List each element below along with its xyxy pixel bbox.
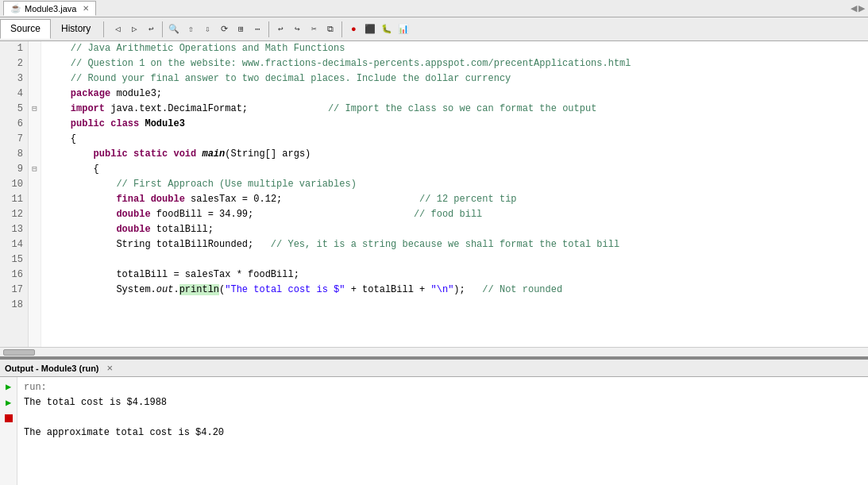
tb-btn-stop[interactable]: ⬛ — [362, 21, 378, 37]
toolbar-divider-1 — [103, 21, 104, 37]
tb-btn-copy[interactable]: ⧉ — [322, 21, 338, 37]
source-tab[interactable]: Source — [0, 19, 51, 39]
line-number-3: 3 — [5, 71, 23, 87]
play-icon-2: ▶ — [6, 397, 11, 409]
code-line-2: // Question 1 on the website: www.fracti… — [48, 56, 862, 71]
code-line-15 — [48, 252, 862, 268]
play-icon: ▶ — [6, 381, 11, 393]
fold-marker-13 — [29, 222, 41, 237]
fold-marker-10 — [29, 177, 41, 192]
fold-marker-9[interactable]: ⊟ — [29, 162, 41, 177]
line-number-18: 18 — [5, 298, 23, 313]
line-number-13: 13 — [5, 222, 23, 237]
code-line-10: // First Approach (Use multiple variable… — [48, 177, 862, 192]
output-title-bar: Output - Module3 (run) × — [0, 360, 868, 377]
code-line-9: { — [48, 162, 862, 177]
output-line-1: The total cost is $4.1988 — [24, 395, 862, 410]
line-number-11: 11 — [5, 192, 23, 207]
tb-btn-history-back[interactable]: ◁ — [110, 21, 125, 37]
fold-column: ⊟ ⊟ — [29, 41, 41, 347]
history-tab[interactable]: History — [51, 19, 101, 39]
line-number-2: 2 — [5, 56, 23, 71]
fold-marker-17 — [29, 283, 41, 298]
line-number-5: 5 — [5, 102, 23, 117]
output-run2-btn[interactable]: ▶ — [2, 396, 15, 409]
fold-marker-7 — [29, 132, 41, 147]
nav-back-icon[interactable]: ◀ — [851, 3, 857, 13]
fold-marker-8 — [29, 147, 41, 162]
fold-marker-11 — [29, 192, 41, 207]
fold-marker-12 — [29, 207, 41, 222]
tb-btn-find-next[interactable]: ⇩ — [199, 21, 215, 37]
stop-icon — [5, 414, 13, 422]
editor-tab-close[interactable]: ✕ — [83, 4, 89, 13]
code-line-18 — [48, 298, 862, 313]
toolbar-buttons: ◁ ▷ ↩ 🔍 ⇧ ⇩ ⟳ ⊞ ⋯ ↩ ↪ ✂ ⧉ ● ⬛ 🐛 📊 — [106, 21, 415, 37]
fold-marker-18 — [29, 298, 41, 313]
line-number-9: 9 — [5, 162, 23, 177]
line-number-7: 7 — [5, 132, 23, 147]
line-number-6: 6 — [5, 117, 23, 132]
tb-btn-run[interactable]: ● — [345, 21, 361, 37]
code-line-13: double totalBill; — [48, 222, 862, 237]
window-title-bar: ☕ Module3.java ✕ ◀ ▶ — [0, 0, 868, 17]
toolbar-divider-2 — [162, 21, 163, 37]
line-number-15: 15 — [5, 252, 23, 268]
line-number-4: 4 — [5, 87, 23, 102]
code-line-11: final double salesTax = 0.12; // 12 perc… — [48, 192, 862, 207]
output-run-btn[interactable]: ▶ — [2, 380, 15, 393]
tb-btn-last-edit[interactable]: ↩ — [143, 21, 159, 37]
nav-arrows: ◀ ▶ — [851, 3, 865, 13]
tb-btn-redo[interactable]: ↪ — [289, 21, 305, 37]
code-line-16: totalBill = salesTax * foodBill; — [48, 268, 862, 283]
toolbar-divider-3 — [268, 21, 269, 37]
source-history-tabs: Source History — [0, 19, 101, 39]
tb-btn-debug[interactable]: 🐛 — [379, 21, 395, 37]
nav-forward-icon[interactable]: ▶ — [858, 3, 865, 13]
line-number-1: 1 — [5, 41, 23, 56]
fold-marker-6 — [29, 117, 41, 132]
fold-marker-16 — [29, 268, 41, 283]
java-file-icon: ☕ — [10, 3, 21, 13]
output-panel: Output - Module3 (run) × ▶ ▶ run:The tot… — [0, 358, 868, 485]
code-line-17: System.out.println("The total cost is $"… — [48, 283, 862, 298]
output-line-2 — [24, 410, 862, 425]
line-numbers: 123456789101112131415161718 — [0, 41, 29, 347]
fold-marker-14 — [29, 237, 41, 252]
code-line-3: // Round your final answer to two decima… — [48, 71, 862, 87]
line-number-16: 16 — [5, 268, 23, 283]
editor-tab-label: Module3.java — [25, 4, 76, 13]
tb-btn-more[interactable]: ⋯ — [249, 21, 265, 37]
line-number-17: 17 — [5, 283, 23, 298]
output-content: ▶ ▶ run:The total cost is $4.1988 The ap… — [0, 377, 868, 485]
code-area[interactable]: 123456789101112131415161718 ⊟ ⊟ // Java … — [0, 41, 868, 347]
output-sidebar: ▶ ▶ — [0, 377, 17, 485]
scrollbar-thumb[interactable] — [3, 349, 35, 356]
horizontal-scrollbar[interactable] — [0, 347, 868, 356]
output-tab-close[interactable]: × — [107, 362, 114, 374]
code-line-4: package module3; — [48, 87, 862, 102]
tb-btn-cut[interactable]: ✂ — [306, 21, 322, 37]
editor-tab[interactable]: ☕ Module3.java ✕ — [3, 1, 96, 16]
tb-btn-profile[interactable]: 📊 — [395, 21, 411, 37]
fold-marker-5[interactable]: ⊟ — [29, 102, 41, 117]
line-number-14: 14 — [5, 237, 23, 252]
tb-btn-find-prev[interactable]: ⇧ — [183, 21, 199, 37]
tb-btn-history-forward[interactable]: ▷ — [126, 21, 142, 37]
code-line-6: public class Module3 — [48, 117, 862, 132]
tb-btn-toggle-bookmarks[interactable]: ⊞ — [233, 21, 249, 37]
code-editor[interactable]: // Java Arithmetic Operations and Math F… — [41, 41, 868, 347]
fold-marker-1 — [29, 41, 41, 56]
tb-btn-search[interactable]: 🔍 — [166, 21, 182, 37]
code-line-12: double foodBill = 34.99; // food bill — [48, 207, 862, 222]
output-tab-label: Output - Module3 (run) — [5, 364, 99, 373]
tb-btn-replace[interactable]: ⟳ — [216, 21, 232, 37]
code-line-8: public static void main(String[] args) — [48, 147, 862, 162]
code-line-5: import java.text.DecimalFormat; // Impor… — [48, 102, 862, 117]
output-tab[interactable]: Output - Module3 (run) — [5, 364, 99, 373]
fold-marker-3 — [29, 71, 41, 87]
output-line-3: The approximate total cost is $4.20 — [24, 425, 862, 441]
line-number-10: 10 — [5, 177, 23, 192]
tb-btn-undo[interactable]: ↩ — [272, 21, 288, 37]
output-stop-btn[interactable] — [2, 412, 15, 425]
